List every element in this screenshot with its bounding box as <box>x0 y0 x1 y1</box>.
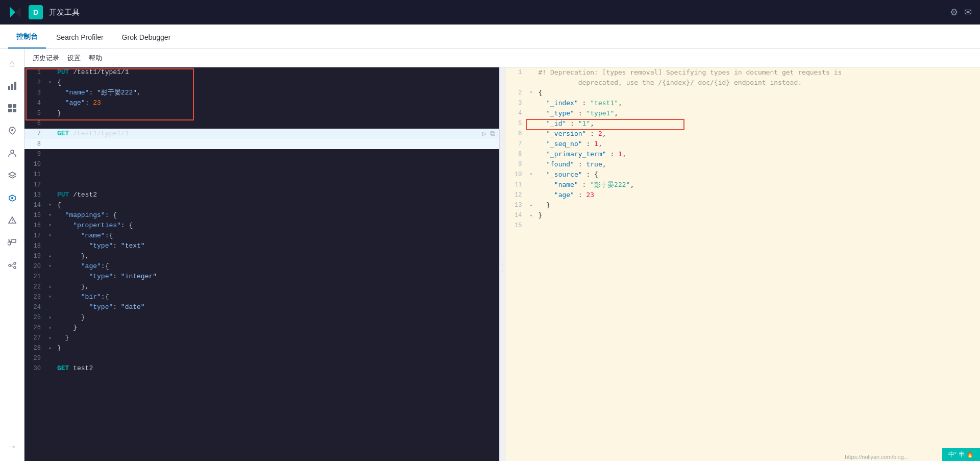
code-line: 24 "type": "date" <box>24 302 499 312</box>
nav-tabs: 控制台 Search Profiler Grok Debugger <box>0 25 980 49</box>
left-sidebar: ⌂ → <box>0 49 24 461</box>
app-title: 开发工具 <box>49 8 80 17</box>
code-output: 1 #! Deprecation: [types removal] Specif… <box>506 67 981 461</box>
code-line: 2 ▾ { <box>24 78 499 88</box>
sub-menu-bar: 历史记录 设置 帮助 <box>24 49 980 67</box>
top-bar: D 开发工具 ⚙ ✉ <box>0 0 980 25</box>
svg-rect-6 <box>13 109 16 112</box>
svg-rect-2 <box>14 82 16 90</box>
code-line: 5 } <box>24 108 499 118</box>
svg-rect-0 <box>8 86 10 90</box>
left-panel: 1 PUT /test1/type1/1 2 ▾ { 3 "name <box>24 67 500 461</box>
mail-icon[interactable]: ✉ <box>964 7 972 18</box>
code-line: 12 <box>24 180 499 190</box>
code-line: 29 <box>24 353 499 363</box>
sidebar-icon-devtools[interactable] <box>2 188 22 208</box>
output-line: 13 ▴ } <box>506 200 981 210</box>
code-line: 21 "type": "integer" <box>24 272 499 282</box>
svg-point-13 <box>9 264 11 266</box>
kibana-logo <box>8 5 22 19</box>
code-line: 14 ▾ { <box>24 200 499 210</box>
tab-console[interactable]: 控制台 <box>8 26 46 48</box>
tab-search-profiler[interactable]: Search Profiler <box>48 27 112 48</box>
copy-icon[interactable]: ⧉ <box>490 129 495 139</box>
code-line: 28 ▴ } <box>24 343 499 353</box>
sidebar-icon-layers[interactable] <box>2 165 22 186</box>
sidebar-icon-user[interactable] <box>2 143 22 163</box>
code-line: 19 ▴ }, <box>24 251 499 261</box>
output-line: 5 "_id" : "1", <box>506 118 981 129</box>
output-line: 9 "found" : true, <box>506 159 981 169</box>
code-line: 1 PUT /test1/type1/1 <box>24 67 499 78</box>
svg-point-12 <box>8 242 11 245</box>
svg-point-8 <box>11 150 14 153</box>
code-line: 4 "age": 23 <box>24 98 499 108</box>
content-area: ⌂ → 历史记录 设 <box>0 49 980 461</box>
url-watermark: https://noliyan.com/blog... <box>845 454 909 460</box>
output-line: 8 "_primary_term" : 1, <box>506 149 981 159</box>
code-line: 18 "type": "text" <box>24 241 499 251</box>
output-line: 3 "_index" : "test1", <box>506 98 981 108</box>
sidebar-icon-grid[interactable] <box>2 98 22 118</box>
output-line: deprecated, use the /{index}/_doc/{id} e… <box>506 78 981 88</box>
run-icon[interactable]: ▷ <box>482 129 486 139</box>
code-line: 20 ▾ "age":{ <box>24 261 499 272</box>
main-content: 历史记录 设置 帮助 1 PUT /test1/type1/1 <box>24 49 980 461</box>
output-line: 14 ▴ } <box>506 210 981 221</box>
code-line: 13 PUT /test2 <box>24 190 499 200</box>
code-line: 8 <box>24 139 499 149</box>
code-line: 23 ▾ "bir":{ <box>24 292 499 302</box>
svg-line-17 <box>11 265 14 268</box>
code-line: 16 ▾ "properties": { <box>24 221 499 231</box>
sidebar-icon-home[interactable]: ⌂ <box>2 53 22 74</box>
status-text: 中° 半 🔥 <box>948 450 974 459</box>
code-line: 26 ▴ } <box>24 323 499 333</box>
submenu-history[interactable]: 历史记录 <box>33 52 59 65</box>
code-line: 7 GET /test1/type1/1 ▷ ⧉ <box>24 129 499 139</box>
output-line: 12 "age" : 23 <box>506 190 981 200</box>
svg-point-14 <box>14 262 16 264</box>
sidebar-icon-alert[interactable] <box>2 210 22 231</box>
submenu-help[interactable]: 帮助 <box>89 52 102 65</box>
right-panel: 利用PUT修改数据，版本号增加了 1 #! Deprecation: [type… <box>506 67 981 461</box>
output-line: 11 "name" : "彭于晏222", <box>506 180 981 190</box>
sidebar-icon-arrow[interactable]: → <box>2 436 22 457</box>
svg-line-16 <box>11 264 14 265</box>
svg-rect-5 <box>8 109 12 112</box>
sidebar-icon-map[interactable] <box>2 120 22 141</box>
sidebar-icon-ml[interactable] <box>2 255 22 276</box>
svg-point-9 <box>11 197 13 199</box>
sidebar-icon-monitor[interactable] <box>2 233 22 253</box>
code-line: 3 "name": "彭于晏222", <box>24 88 499 98</box>
app-badge: D <box>29 5 43 19</box>
code-line: 10 <box>24 159 499 169</box>
code-line: 17 ▾ "name":{ <box>24 231 499 241</box>
status-bar: 中° 半 🔥 <box>942 448 980 461</box>
svg-rect-4 <box>13 104 16 108</box>
submenu-settings[interactable]: 设置 <box>67 52 81 65</box>
sidebar-icon-chart[interactable] <box>2 76 22 96</box>
code-input[interactable]: 1 PUT /test1/type1/1 2 ▾ { 3 "name <box>24 67 499 461</box>
code-line: 30 GET test2 <box>24 363 499 374</box>
tab-grok-debugger[interactable]: Grok Debugger <box>114 27 179 48</box>
svg-point-7 <box>11 129 13 131</box>
svg-rect-3 <box>8 104 12 108</box>
output-line: 2 ▾ { <box>506 88 981 98</box>
panel-divider: ··· <box>500 67 506 461</box>
code-line: 15 ▾ "mappings": { <box>24 210 499 221</box>
output-line: 15 <box>506 221 981 231</box>
svg-point-15 <box>14 266 16 269</box>
output-line: 1 #! Deprecation: [types removal] Specif… <box>506 67 981 78</box>
svg-rect-1 <box>11 84 13 90</box>
svg-point-11 <box>12 222 13 223</box>
output-line: 4 "_type" : "type1", <box>506 108 981 118</box>
output-line-version: 6 "_version" : 2, <box>506 129 981 139</box>
editor-area: 1 PUT /test1/type1/1 2 ▾ { 3 "name <box>24 67 980 461</box>
output-line: 7 "_seq_no" : 1, <box>506 139 981 149</box>
settings-icon[interactable]: ⚙ <box>950 7 958 18</box>
code-line: 22 ▴ }, <box>24 282 499 292</box>
code-line: 9 <box>24 149 499 159</box>
code-line: 11 <box>24 169 499 180</box>
output-line: 10 ▾ "_source" : { <box>506 169 981 180</box>
code-line: 6 <box>24 118 499 129</box>
